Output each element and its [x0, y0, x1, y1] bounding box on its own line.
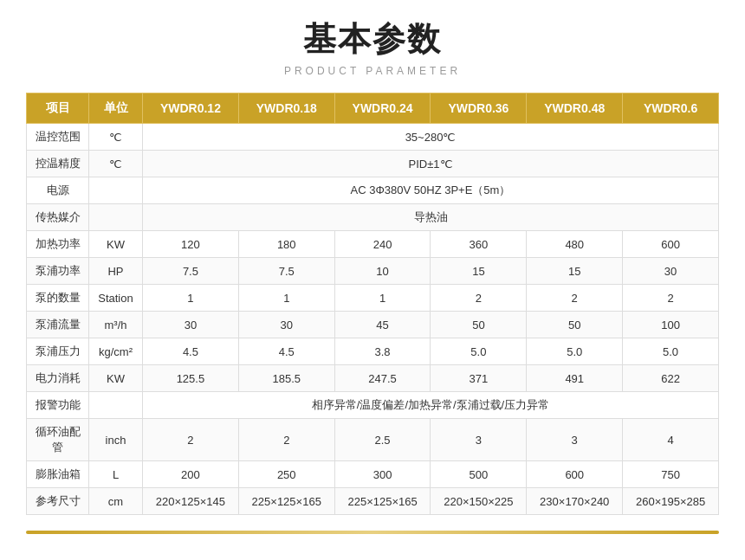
- row-7-val-0: 30: [143, 312, 239, 338]
- table-row: 温控范围℃35~280℃: [27, 124, 719, 151]
- col-header-5: YWDR0.36: [431, 93, 527, 124]
- row-7-val-4: 50: [527, 312, 623, 338]
- col-header-2: YWDR0.12: [143, 93, 239, 124]
- row-12-val-0: 200: [143, 461, 239, 488]
- row-span-value-3: 导热油: [143, 204, 719, 231]
- table-row: 加热功率KW120180240360480600: [27, 231, 719, 258]
- row-12-val-4: 600: [527, 461, 623, 488]
- table-row: 控温精度℃PID±1℃: [27, 151, 719, 177]
- row-unit-2: [89, 177, 143, 204]
- row-12-val-2: 300: [334, 461, 431, 488]
- table-row: 报警功能相序异常/温度偏差/加热异常/泵浦过载/压力异常: [27, 392, 719, 419]
- row-4-val-3: 360: [431, 231, 527, 258]
- row-5-val-0: 7.5: [143, 258, 239, 285]
- row-label-3: 传热媒介: [27, 204, 89, 231]
- row-6-val-1: 1: [238, 285, 334, 312]
- row-11-val-1: 2: [238, 419, 334, 461]
- row-unit-9: KW: [89, 365, 143, 392]
- col-header-4: YWDR0.24: [334, 93, 431, 124]
- row-unit-5: HP: [89, 258, 143, 285]
- row-6-val-3: 2: [431, 285, 527, 312]
- row-5-val-3: 15: [431, 258, 527, 285]
- row-unit-1: ℃: [89, 151, 143, 177]
- row-label-7: 泵浦流量: [27, 312, 89, 338]
- row-label-4: 加热功率: [27, 231, 89, 258]
- row-9-val-5: 622: [623, 365, 719, 392]
- table-row: 泵浦压力kg/cm²4.54.53.85.05.05.0: [27, 338, 719, 365]
- row-4-val-4: 480: [527, 231, 623, 258]
- row-unit-12: L: [89, 461, 143, 488]
- table-row: 泵的数量Station111222: [27, 285, 719, 312]
- row-unit-3: [89, 204, 143, 231]
- row-label-8: 泵浦压力: [27, 338, 89, 365]
- table-row: 电源AC 3Φ380V 50HZ 3P+E（5m）: [27, 177, 719, 204]
- row-13-val-5: 260×195×285: [623, 488, 719, 515]
- row-unit-0: ℃: [89, 124, 143, 151]
- row-6-val-4: 2: [527, 285, 623, 312]
- row-4-val-5: 600: [623, 231, 719, 258]
- row-4-val-1: 180: [238, 231, 334, 258]
- table-row: 传热媒介导热油: [27, 204, 719, 231]
- row-label-6: 泵的数量: [27, 285, 89, 312]
- row-label-12: 膨胀油箱: [27, 461, 89, 488]
- row-11-val-0: 2: [143, 419, 239, 461]
- row-12-val-3: 500: [431, 461, 527, 488]
- row-7-val-3: 50: [431, 312, 527, 338]
- col-header-0: 项目: [27, 93, 89, 124]
- row-9-val-2: 247.5: [334, 365, 431, 392]
- row-11-val-3: 3: [431, 419, 527, 461]
- row-11-val-4: 3: [527, 419, 623, 461]
- row-8-val-4: 5.0: [527, 338, 623, 365]
- row-8-val-1: 4.5: [238, 338, 334, 365]
- row-8-val-2: 3.8: [334, 338, 431, 365]
- row-unit-11: inch: [89, 419, 143, 461]
- row-9-val-4: 491: [527, 365, 623, 392]
- row-unit-4: KW: [89, 231, 143, 258]
- row-span-value-2: AC 3Φ380V 50HZ 3P+E（5m）: [143, 177, 719, 204]
- row-unit-7: m³/h: [89, 312, 143, 338]
- row-8-val-3: 5.0: [431, 338, 527, 365]
- row-9-val-0: 125.5: [143, 365, 239, 392]
- table-row: 泵浦功率HP7.57.510151530: [27, 258, 719, 285]
- row-12-val-5: 750: [623, 461, 719, 488]
- row-7-val-2: 45: [334, 312, 431, 338]
- row-13-val-3: 220×150×225: [431, 488, 527, 515]
- row-4-val-0: 120: [143, 231, 239, 258]
- row-13-val-4: 230×170×240: [527, 488, 623, 515]
- page-subtitle: PRODUCT PARAMETER: [26, 65, 719, 77]
- row-unit-6: Station: [89, 285, 143, 312]
- row-6-val-5: 2: [623, 285, 719, 312]
- row-4-val-2: 240: [334, 231, 431, 258]
- row-5-val-5: 30: [623, 258, 719, 285]
- row-span-value-10: 相序异常/温度偏差/加热异常/泵浦过载/压力异常: [143, 392, 719, 419]
- row-unit-8: kg/cm²: [89, 338, 143, 365]
- row-13-val-1: 225×125×165: [238, 488, 334, 515]
- row-span-value-0: 35~280℃: [143, 124, 719, 151]
- row-6-val-0: 1: [143, 285, 239, 312]
- row-label-2: 电源: [27, 177, 89, 204]
- row-unit-10: [89, 392, 143, 419]
- table-row: 参考尺寸cm220×125×145225×125×165225×125×1652…: [27, 488, 719, 515]
- row-6-val-2: 1: [334, 285, 431, 312]
- row-label-0: 温控范围: [27, 124, 89, 151]
- row-11-val-5: 4: [623, 419, 719, 461]
- row-5-val-1: 7.5: [238, 258, 334, 285]
- col-header-3: YWDR0.18: [238, 93, 334, 124]
- row-8-val-5: 5.0: [623, 338, 719, 365]
- col-header-6: YWDR0.48: [527, 93, 623, 124]
- row-13-val-0: 220×125×145: [143, 488, 239, 515]
- row-label-1: 控温精度: [27, 151, 89, 177]
- col-header-7: YWDR0.6: [623, 93, 719, 124]
- col-header-1: 单位: [89, 93, 143, 124]
- page-title: 基本参数: [26, 17, 719, 61]
- row-5-val-2: 10: [334, 258, 431, 285]
- row-label-5: 泵浦功率: [27, 258, 89, 285]
- row-7-val-5: 100: [623, 312, 719, 338]
- row-9-val-3: 371: [431, 365, 527, 392]
- row-12-val-1: 250: [238, 461, 334, 488]
- row-9-val-1: 185.5: [238, 365, 334, 392]
- table-row: 循环油配管inch222.5334: [27, 419, 719, 461]
- table-row: 电力消耗KW125.5185.5247.5371491622: [27, 365, 719, 392]
- row-label-13: 参考尺寸: [27, 488, 89, 515]
- row-5-val-4: 15: [527, 258, 623, 285]
